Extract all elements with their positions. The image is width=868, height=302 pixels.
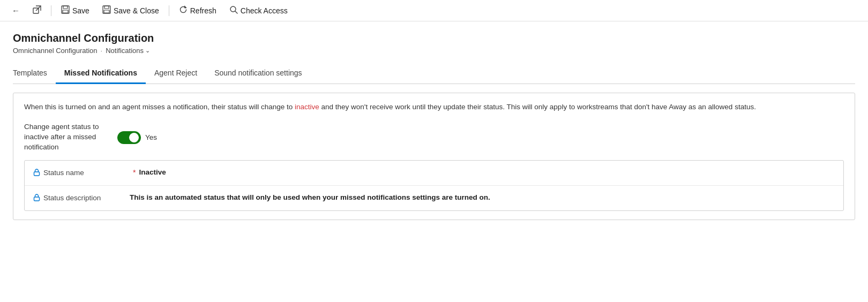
lock-icon-status-desc <box>33 193 40 203</box>
popout-button[interactable] <box>27 3 47 18</box>
save-close-button[interactable]: Save & Close <box>97 3 164 18</box>
breadcrumb-current[interactable]: Notifications ⌄ <box>106 47 150 55</box>
tab-agent-reject[interactable]: Agent Reject <box>146 64 206 84</box>
missed-notifications-panel: When this is turned on and an agent miss… <box>13 93 855 220</box>
status-description-label: Status description <box>33 193 130 203</box>
refresh-button[interactable]: Refresh <box>174 3 222 18</box>
toolbar: ← Save Save & Close Refresh Check Access <box>0 0 868 21</box>
svg-rect-3 <box>63 10 68 13</box>
svg-rect-9 <box>34 172 40 176</box>
back-icon: ← <box>12 6 20 15</box>
svg-rect-2 <box>63 6 68 9</box>
status-name-field-label: Status name <box>43 169 84 177</box>
breadcrumb-separator: · <box>101 47 103 55</box>
lock-icon-status-name <box>33 168 40 178</box>
status-name-row: Status name * Inactive <box>25 161 843 186</box>
toggle-switch[interactable] <box>117 131 141 144</box>
check-access-label: Check Access <box>241 6 288 15</box>
notice-text-part2: and they won't receive work until they u… <box>319 103 756 111</box>
status-description-value: This is an automated status that will on… <box>130 193 490 201</box>
svg-line-8 <box>235 11 237 13</box>
svg-rect-10 <box>34 197 40 201</box>
tab-templates[interactable]: Templates <box>13 64 56 84</box>
popout-icon <box>33 5 41 16</box>
save-icon <box>61 5 70 16</box>
toggle-row: Change agent status to inactive after a … <box>24 122 844 153</box>
tabs-bar: Templates Missed Notifications Agent Rej… <box>13 64 855 84</box>
toggle-control: Yes <box>117 131 157 144</box>
breadcrumb-root[interactable]: Omnichannel Configuration <box>13 47 98 55</box>
svg-rect-6 <box>104 10 109 13</box>
back-button[interactable]: ← <box>6 4 25 17</box>
notice-text-part1: When this is turned on and an agent miss… <box>24 103 295 111</box>
toggle-value: Yes <box>145 133 157 141</box>
notice-text: When this is turned on and an agent miss… <box>24 102 844 112</box>
check-access-button[interactable]: Check Access <box>224 3 293 18</box>
tab-sound-notification[interactable]: Sound notification settings <box>206 64 310 84</box>
status-table: Status name * Inactive Status descriptio… <box>24 160 844 211</box>
status-description-field-label: Status description <box>43 194 101 202</box>
save-button[interactable]: Save <box>56 3 95 18</box>
breadcrumb: Omnichannel Configuration · Notification… <box>13 47 855 55</box>
breadcrumb-current-label: Notifications <box>106 47 144 55</box>
notice-highlight: inactive <box>295 103 319 111</box>
toggle-thumb <box>129 133 139 142</box>
status-name-label: Status name <box>33 168 130 178</box>
required-star-status-name: * <box>133 168 136 177</box>
save-close-label: Save & Close <box>114 6 159 15</box>
svg-point-7 <box>230 6 236 12</box>
check-access-icon <box>229 5 238 16</box>
main-content: Omnichannel Configuration Omnichannel Co… <box>0 21 868 220</box>
breadcrumb-chevron-icon: ⌄ <box>145 47 150 54</box>
status-description-row: Status description This is an automated … <box>25 186 843 210</box>
toolbar-separator-1 <box>51 5 51 16</box>
refresh-icon <box>179 5 188 16</box>
svg-rect-5 <box>104 6 109 9</box>
save-label: Save <box>72 6 89 15</box>
refresh-label: Refresh <box>190 6 216 15</box>
toolbar-separator-2 <box>169 5 169 16</box>
tab-missed-notifications[interactable]: Missed Notifications <box>56 64 146 84</box>
status-name-value: Inactive <box>139 168 166 176</box>
save-close-icon <box>102 5 111 16</box>
page-title: Omnichannel Configuration <box>13 32 855 44</box>
toggle-label: Change agent status to inactive after a … <box>24 122 110 153</box>
